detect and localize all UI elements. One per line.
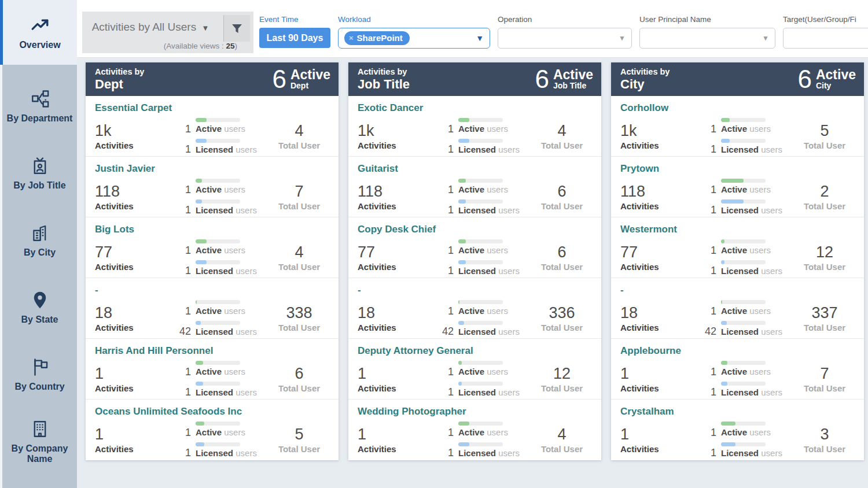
group-title-link[interactable]: Wedding Photographer <box>358 406 593 417</box>
licensed-users-label: Licensed <box>721 145 759 154</box>
target-input[interactable] <box>783 28 868 49</box>
active-users-bar <box>458 422 503 426</box>
active-users-bar <box>196 239 240 243</box>
licensed-users-count: 1 <box>693 205 716 215</box>
group-row: Exotic Dancer 1k Activities 1 Active use… <box>348 96 601 157</box>
total-users-count: 7 <box>793 365 856 383</box>
total-users-label: Total User <box>531 201 593 211</box>
active-users-bar <box>721 118 766 122</box>
group-stats: 18 Activities 1 Active users 42 Licensed… <box>358 300 593 337</box>
panel: Activities by City 6 Active City Corholl… <box>611 62 864 460</box>
group-title-link[interactable]: Prytown <box>620 163 856 175</box>
sidebar-item-overview[interactable]: Overview <box>0 0 77 65</box>
sidebar-item-by-job-title[interactable]: By Job Title <box>2 140 77 207</box>
group-title-link[interactable]: Westermont <box>620 224 856 235</box>
total-users-label: Total User <box>793 323 856 332</box>
activities-stat: 18 Activities <box>620 304 693 332</box>
activities-label: Activities <box>358 141 431 150</box>
group-title-link[interactable]: Big Lots <box>95 224 330 235</box>
group-stats: 18 Activities 1 Active users 42 Licensed… <box>95 300 330 337</box>
group-title-link[interactable]: - <box>95 284 330 296</box>
filter-event-time: Event Time Last 90 Days <box>259 15 330 49</box>
total-users-count: 4 <box>268 243 330 261</box>
group-title-link[interactable]: Guitarist <box>358 163 593 175</box>
active-users-line: 1 Active users <box>431 179 531 195</box>
group-title-link[interactable]: Corhollow <box>620 102 856 114</box>
group-title-link[interactable]: Copy Desk Chief <box>358 224 593 235</box>
total-users-stat: 4 Total User <box>531 122 593 150</box>
group-title-link[interactable]: Essential Carpet <box>95 102 330 114</box>
active-users-bar <box>721 179 766 183</box>
licensed-users-line: 1 Licensed users <box>693 442 793 459</box>
total-users-count: 5 <box>793 122 856 140</box>
sidebar-item-by-country[interactable]: By Country <box>2 341 77 408</box>
group-title-link[interactable]: Exotic Dancer <box>358 102 593 114</box>
active-users-bar <box>458 239 503 243</box>
activities-stat: 1 Activities <box>95 426 168 454</box>
filters-bar: Event Time Last 90 Days Workload × Share… <box>259 15 868 49</box>
active-users-count: 1 <box>693 306 716 316</box>
active-users-count: 1 <box>431 245 454 256</box>
licensed-users-label: Licensed <box>458 387 496 397</box>
activities-count: 118 <box>358 183 431 201</box>
active-users-bar <box>721 361 766 365</box>
user-principal-name-select[interactable]: ▼ <box>639 28 775 49</box>
group-title-link[interactable]: - <box>620 284 856 296</box>
active-users-label: Active <box>721 124 747 134</box>
active-users-label: Active <box>458 306 484 316</box>
total-users-stat: 336 Total User <box>531 304 593 332</box>
sidebar-item-label: By Job Title <box>10 180 69 191</box>
sidebar-item-label: By Company Name <box>2 443 77 465</box>
active-users-label: Active <box>458 367 484 376</box>
available-views-caption: (Available views : 25) <box>164 42 237 50</box>
licensed-users-label: Licensed <box>721 205 759 215</box>
licensed-users-count: 1 <box>431 205 454 215</box>
active-count: 6 <box>797 67 811 91</box>
group-title-link[interactable]: Harris And Hill Personnel <box>95 345 330 357</box>
filter-button[interactable] <box>223 15 250 42</box>
licensed-users-line: 1 Licensed users <box>168 382 268 398</box>
users-stats: 1 Active users 1 Licensed users <box>168 239 268 276</box>
group-title-link[interactable]: Oceans Unlimited Seafoods Inc <box>95 406 330 417</box>
group-title-link[interactable]: Crystalham <box>620 406 856 417</box>
chip-remove-icon[interactable]: × <box>349 34 354 42</box>
group-title-link[interactable]: Justin Javier <box>95 163 330 175</box>
activities-stat: 118 Activities <box>358 183 431 211</box>
group-title-link[interactable]: Deputy Attorney General <box>358 345 593 357</box>
operation-select[interactable]: ▼ <box>498 28 632 49</box>
total-users-label: Total User <box>531 383 593 393</box>
active-users-line: 1 Active users <box>431 361 531 377</box>
active-users-line: 1 Active users <box>168 179 268 195</box>
group-title-link[interactable]: Applebourne <box>620 345 856 357</box>
licensed-users-label: Licensed <box>458 266 496 276</box>
total-users-label: Total User <box>268 323 330 332</box>
active-count: 6 <box>272 67 286 91</box>
view-selector-dropdown[interactable]: Activities by All Users ▼ <box>82 21 219 34</box>
activities-stat: 18 Activities <box>358 304 431 332</box>
active-users-bar <box>458 300 503 304</box>
event-time-button[interactable]: Last 90 Days <box>259 28 330 48</box>
total-users-count: 337 <box>793 304 856 322</box>
active-users-line: 1 Active users <box>168 422 268 438</box>
panel-header: Activities by City 6 Active City <box>611 62 864 96</box>
sidebar-item-by-company-name[interactable]: By Company Name <box>2 408 77 475</box>
activities-label: Activities <box>95 323 168 332</box>
activities-label: Activities <box>95 201 168 211</box>
licensed-users-line: 1 Licensed users <box>431 260 531 276</box>
total-users-count: 7 <box>268 183 330 201</box>
activities-count: 77 <box>620 243 693 261</box>
sidebar-item-by-city[interactable]: By City <box>2 207 77 274</box>
active-users-bar <box>196 422 240 426</box>
city-icon <box>30 223 50 243</box>
activities-count: 1 <box>358 426 431 443</box>
toolbar: Activities by All Users ▼ (Available vie… <box>77 0 868 58</box>
active-count: 6 <box>535 67 549 91</box>
active-users-label: Active <box>196 367 222 376</box>
total-users-stat: 3 Total User <box>793 426 856 454</box>
group-title-link[interactable]: - <box>358 284 593 296</box>
active-users-bar <box>196 118 240 122</box>
activities-count: 18 <box>620 304 693 322</box>
sidebar-item-by-department[interactable]: By Department <box>2 73 77 140</box>
workload-select[interactable]: × SharePoint ▼ <box>338 28 490 49</box>
sidebar-item-by-state[interactable]: By State <box>2 274 77 341</box>
